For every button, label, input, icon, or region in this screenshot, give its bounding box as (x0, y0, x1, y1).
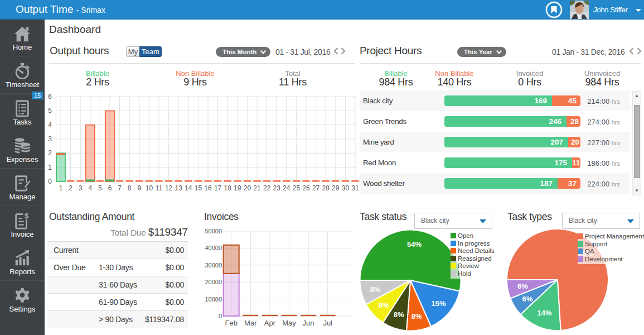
svg-text:30000: 30000 (205, 262, 222, 269)
svg-text:31: 31 (351, 184, 359, 192)
svg-text:6: 6 (108, 184, 112, 192)
svg-text:29: 29 (332, 184, 340, 192)
svg-text:10: 10 (146, 184, 153, 192)
svg-text:0: 0 (219, 313, 222, 319)
svg-text:28: 28 (322, 184, 330, 192)
svg-text:Jun: Jun (303, 319, 314, 327)
svg-text:6%: 6% (517, 282, 528, 290)
svg-text:5: 5 (48, 107, 52, 114)
svg-text:8%: 8% (411, 312, 422, 320)
svg-text:3: 3 (79, 184, 83, 192)
svg-text:24: 24 (283, 184, 290, 192)
svg-text:20000: 20000 (205, 279, 222, 285)
svg-text:4: 4 (88, 184, 92, 192)
svg-text:30: 30 (342, 184, 350, 192)
svg-text:15%: 15% (431, 299, 446, 308)
svg-text:14: 14 (185, 184, 192, 192)
svg-text:9: 9 (137, 184, 141, 192)
svg-text:14%: 14% (538, 309, 552, 317)
svg-text:6: 6 (48, 93, 52, 100)
svg-text:Feb: Feb (225, 319, 237, 327)
svg-text:6%: 6% (522, 295, 533, 303)
svg-text:Apr: Apr (264, 319, 276, 327)
svg-text:25: 25 (293, 184, 301, 192)
svg-text:$: $ (25, 212, 29, 220)
svg-text:50000: 50000 (205, 228, 222, 234)
svg-text:8: 8 (128, 184, 132, 192)
svg-text:20: 20 (244, 184, 251, 192)
svg-text:8%: 8% (379, 301, 389, 309)
svg-text:16: 16 (204, 184, 212, 192)
svg-text:18: 18 (224, 184, 232, 192)
svg-text:17: 17 (214, 184, 222, 192)
svg-text:Mar: Mar (244, 319, 257, 327)
svg-text:22: 22 (263, 184, 271, 192)
svg-text:21: 21 (253, 184, 261, 192)
svg-text:19: 19 (234, 184, 241, 192)
svg-text:27: 27 (312, 184, 320, 192)
svg-text:1: 1 (48, 164, 52, 171)
svg-text:23: 23 (273, 184, 281, 192)
svg-text:7: 7 (118, 184, 122, 192)
svg-text:10000: 10000 (205, 296, 222, 303)
svg-text:3: 3 (48, 135, 52, 143)
svg-text:5: 5 (98, 184, 102, 192)
svg-text:40000: 40000 (205, 245, 222, 251)
svg-text:4: 4 (48, 121, 52, 129)
svg-text:0: 0 (48, 178, 52, 185)
svg-text:54%: 54% (407, 240, 422, 248)
svg-text:May: May (282, 319, 296, 327)
svg-text:15: 15 (195, 184, 202, 192)
svg-text:2: 2 (69, 184, 72, 192)
svg-text:26: 26 (302, 184, 310, 192)
svg-text:Jul: Jul (323, 319, 332, 327)
svg-text:1: 1 (59, 184, 63, 192)
svg-text:11: 11 (156, 184, 163, 192)
svg-text:8%: 8% (394, 310, 404, 319)
svg-text:13: 13 (175, 184, 183, 192)
svg-text:12: 12 (165, 184, 173, 192)
svg-text:2: 2 (48, 149, 52, 157)
svg-text:8%: 8% (370, 285, 380, 294)
